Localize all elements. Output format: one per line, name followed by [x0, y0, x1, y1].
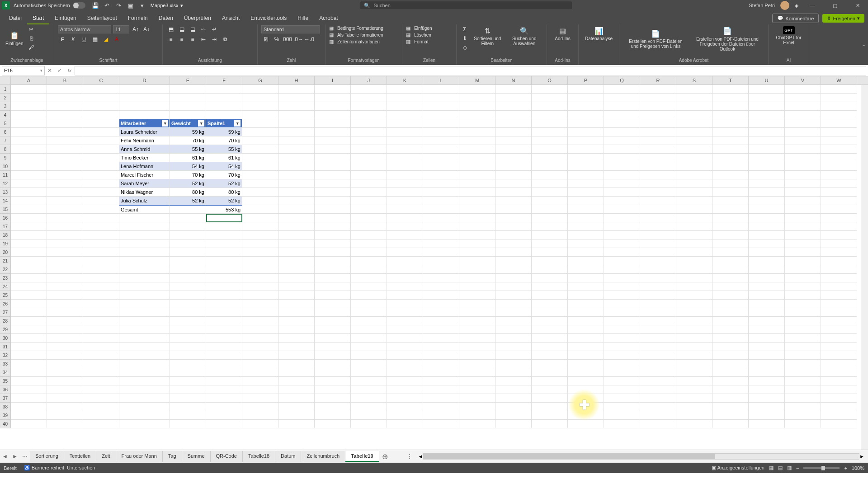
cell-S24[interactable] — [676, 282, 712, 291]
cell-H35[interactable] — [278, 377, 315, 385]
cell-B32[interactable] — [47, 351, 83, 360]
cell-D32[interactable] — [119, 351, 170, 360]
cell-U39[interactable] — [749, 411, 785, 420]
cell-U13[interactable] — [749, 188, 785, 197]
cell-I28[interactable] — [315, 317, 351, 325]
row-header[interactable]: 22 — [0, 265, 11, 274]
cell-U9[interactable] — [749, 154, 785, 162]
cell-R17[interactable] — [640, 222, 676, 231]
cell-A40[interactable] — [11, 420, 47, 428]
cell-W35[interactable] — [821, 377, 857, 385]
cell-K39[interactable] — [387, 411, 423, 420]
cell-L20[interactable] — [423, 248, 459, 257]
menu-tab-ansicht[interactable]: Ansicht — [217, 12, 245, 24]
cell-D30[interactable] — [119, 334, 170, 343]
cell-U37[interactable] — [749, 394, 785, 403]
cell-P10[interactable] — [568, 162, 604, 171]
cell-S16[interactable] — [676, 214, 712, 222]
cell-M39[interactable] — [459, 411, 495, 420]
cell-F13[interactable]: 80 kg — [206, 188, 242, 197]
cell-C35[interactable] — [83, 377, 119, 385]
toggle-switch-icon[interactable] — [73, 2, 85, 9]
cell-P11[interactable] — [568, 171, 604, 179]
cell-B7[interactable] — [47, 136, 83, 145]
cell-D40[interactable] — [119, 420, 170, 428]
cell-H19[interactable] — [278, 239, 315, 248]
maximize-button[interactable]: ▢ — [826, 0, 844, 11]
cell-F38[interactable] — [206, 403, 242, 411]
cell-T11[interactable] — [712, 171, 749, 179]
cell-D12[interactable]: Sarah Meyer — [119, 179, 170, 188]
cell-H20[interactable] — [278, 248, 315, 257]
cell-P5[interactable] — [568, 119, 604, 128]
cell-Q26[interactable] — [604, 300, 640, 308]
cell-C22[interactable] — [83, 265, 119, 274]
cell-C40[interactable] — [83, 420, 119, 428]
cell-I32[interactable] — [315, 351, 351, 360]
cell-C8[interactable] — [83, 145, 119, 154]
cell-K8[interactable] — [387, 145, 423, 154]
cell-E34[interactable] — [170, 368, 206, 377]
row-header[interactable]: 21 — [0, 257, 11, 265]
cell-R21[interactable] — [640, 257, 676, 265]
sheet-tab[interactable]: QR-Code — [211, 451, 243, 462]
cell-V30[interactable] — [785, 334, 821, 343]
cell-N23[interactable] — [495, 274, 532, 282]
search-box[interactable]: 🔍 Suchen — [360, 1, 572, 10]
cell-T38[interactable] — [712, 403, 749, 411]
cell-G37[interactable] — [242, 394, 278, 403]
cell-A13[interactable] — [11, 188, 47, 197]
cell-W38[interactable] — [821, 403, 857, 411]
cell-O11[interactable] — [532, 171, 568, 179]
cell-I1[interactable] — [315, 85, 351, 94]
cell-J17[interactable] — [351, 222, 387, 231]
cell-H34[interactable] — [278, 368, 315, 377]
row-header[interactable]: 5 — [0, 119, 11, 128]
align-right-icon[interactable]: ≡ — [188, 35, 197, 43]
cell-R13[interactable] — [640, 188, 676, 197]
cell-P19[interactable] — [568, 239, 604, 248]
cell-P21[interactable] — [568, 257, 604, 265]
cell-S20[interactable] — [676, 248, 712, 257]
cell-Q15[interactable] — [604, 205, 640, 214]
cell-J30[interactable] — [351, 334, 387, 343]
cell-T33[interactable] — [712, 360, 749, 368]
cell-L22[interactable] — [423, 265, 459, 274]
cell-V26[interactable] — [785, 300, 821, 308]
cell-F16[interactable] — [206, 214, 242, 222]
cell-D34[interactable] — [119, 368, 170, 377]
cell-S6[interactable] — [676, 128, 712, 136]
cell-V2[interactable] — [785, 94, 821, 102]
cell-L18[interactable] — [423, 231, 459, 239]
cell-B26[interactable] — [47, 300, 83, 308]
cell-D9[interactable]: Timo Becker — [119, 154, 170, 162]
cell-T12[interactable] — [712, 179, 749, 188]
cell-A28[interactable] — [11, 317, 47, 325]
cell-D13[interactable]: Niklas Wagner — [119, 188, 170, 197]
row-header[interactable]: 12 — [0, 179, 11, 188]
sheet-tab[interactable]: Datum — [275, 451, 301, 462]
cell-B31[interactable] — [47, 343, 83, 351]
cell-A15[interactable] — [11, 205, 47, 214]
cell-U7[interactable] — [749, 136, 785, 145]
cell-F2[interactable] — [206, 94, 242, 102]
cell-P13[interactable] — [568, 188, 604, 197]
cell-S11[interactable] — [676, 171, 712, 179]
number-format-combo[interactable]: Standard — [261, 25, 320, 33]
cell-K6[interactable] — [387, 128, 423, 136]
cell-G22[interactable] — [242, 265, 278, 274]
page-break-view-icon[interactable]: ▥ — [787, 465, 792, 471]
cell-N35[interactable] — [495, 377, 532, 385]
cell-Q22[interactable] — [604, 265, 640, 274]
orientation-icon[interactable]: ⤺ — [199, 25, 208, 33]
cell-G9[interactable] — [242, 154, 278, 162]
cell-A20[interactable] — [11, 248, 47, 257]
cell-R23[interactable] — [640, 274, 676, 282]
cell-Q31[interactable] — [604, 343, 640, 351]
cell-V38[interactable] — [785, 403, 821, 411]
cell-T36[interactable] — [712, 385, 749, 394]
cell-V21[interactable] — [785, 257, 821, 265]
cell-L36[interactable] — [423, 385, 459, 394]
cell-H29[interactable] — [278, 325, 315, 334]
cell-S23[interactable] — [676, 274, 712, 282]
